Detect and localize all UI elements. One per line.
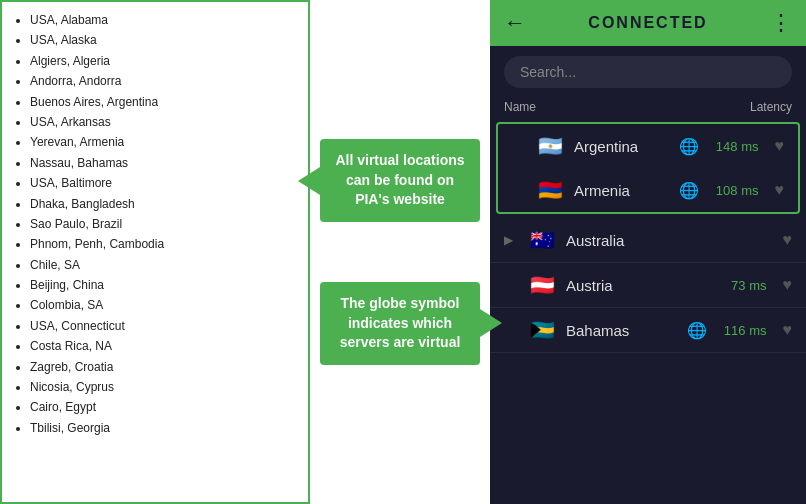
location-list: USA, AlabamaUSA, AlaskaAlgiers, AlgeriaA… — [12, 10, 298, 438]
list-item: Chile, SA — [30, 255, 298, 275]
list-item: Sao Paulo, Brazil — [30, 214, 298, 234]
favorite-icon[interactable]: ♥ — [783, 321, 793, 339]
list-item: Dhaka, Bangladesh — [30, 194, 298, 214]
app-header: ← CONNECTED ⋮ — [490, 0, 806, 46]
list-item: Algiers, Algeria — [30, 51, 298, 71]
globe-icon: 🌐 — [679, 137, 699, 156]
col-name-label: Name — [504, 100, 536, 114]
list-item: Tbilisi, Georgia — [30, 418, 298, 438]
list-item: USA, Alabama — [30, 10, 298, 30]
location-list-panel: USA, AlabamaUSA, AlaskaAlgiers, AlgeriaA… — [0, 0, 310, 504]
list-item: Nicosia, Cyprus — [30, 377, 298, 397]
list-item: Beijing, China — [30, 275, 298, 295]
list-item: Buenos Aires, Argentina — [30, 92, 298, 112]
globe-icon: 🌐 — [687, 321, 707, 340]
favorite-icon[interactable]: ♥ — [775, 137, 785, 155]
back-button[interactable]: ← — [504, 10, 526, 36]
server-name: Australia — [566, 232, 711, 249]
server-name: Argentina — [574, 138, 669, 155]
highlighted-group: 🇦🇷 Argentina 🌐 148 ms ♥ 🇦🇲 Armenia 🌐 108… — [496, 122, 800, 214]
expand-icon: ▶ — [504, 233, 518, 247]
list-item: Zagreb, Croatia — [30, 357, 298, 377]
flag-icon: 🇦🇲 — [536, 178, 564, 202]
list-item: Phnom, Penh, Cambodia — [30, 234, 298, 254]
latency-value: 148 ms — [713, 139, 759, 154]
annotation-virtual: All virtual locations can be found on PI… — [320, 139, 480, 222]
search-bar[interactable]: Search... — [504, 56, 792, 88]
favorite-icon[interactable]: ♥ — [783, 231, 793, 249]
more-options-button[interactable]: ⋮ — [770, 10, 792, 36]
flag-icon: 🇦🇷 — [536, 134, 564, 158]
annotation-globe: The globe symbol indicates which servers… — [320, 282, 480, 365]
favorite-icon[interactable]: ♥ — [783, 276, 793, 294]
flag-icon: 🇦🇹 — [528, 273, 556, 297]
server-row[interactable]: ▶ 🇦🇺 Australia ♥ — [490, 218, 806, 263]
search-placeholder: Search... — [520, 64, 576, 80]
favorite-icon[interactable]: ♥ — [775, 181, 785, 199]
server-row[interactable]: 🇦🇷 Argentina 🌐 148 ms ♥ — [498, 124, 798, 168]
list-item: USA, Alaska — [30, 30, 298, 50]
latency-value: 73 ms — [721, 278, 767, 293]
annotation-panel: All virtual locations can be found on PI… — [310, 0, 490, 504]
list-item: Cairo, Egypt — [30, 397, 298, 417]
arrow-right-icon — [480, 309, 502, 337]
server-name: Armenia — [574, 182, 669, 199]
list-item: USA, Arkansas — [30, 112, 298, 132]
globe-icon: 🌐 — [679, 181, 699, 200]
latency-value: 116 ms — [721, 323, 767, 338]
table-header: Name Latency — [490, 94, 806, 118]
server-row[interactable]: 🇧🇸 Bahamas 🌐 116 ms ♥ — [490, 308, 806, 353]
col-latency-label: Latency — [750, 100, 792, 114]
header-title: CONNECTED — [536, 14, 760, 32]
flag-icon: 🇧🇸 — [528, 318, 556, 342]
list-item: USA, Baltimore — [30, 173, 298, 193]
server-list[interactable]: 🇦🇷 Argentina 🌐 148 ms ♥ 🇦🇲 Armenia 🌐 108… — [490, 118, 806, 504]
server-row[interactable]: 🇦🇹 Austria 73 ms ♥ — [490, 263, 806, 308]
list-item: Nassau, Bahamas — [30, 153, 298, 173]
arrow-left-icon — [298, 167, 320, 195]
list-item: Yerevan, Armenia — [30, 132, 298, 152]
list-item: Costa Rica, NA — [30, 336, 298, 356]
latency-value: 108 ms — [713, 183, 759, 198]
list-item: Colombia, SA — [30, 295, 298, 315]
list-item: USA, Connecticut — [30, 316, 298, 336]
server-row[interactable]: 🇦🇲 Armenia 🌐 108 ms ♥ — [498, 168, 798, 212]
flag-icon: 🇦🇺 — [528, 228, 556, 252]
list-item: Andorra, Andorra — [30, 71, 298, 91]
server-name: Austria — [566, 277, 711, 294]
app-panel: ← CONNECTED ⋮ Search... Name Latency 🇦🇷 … — [490, 0, 806, 504]
server-name: Bahamas — [566, 322, 677, 339]
